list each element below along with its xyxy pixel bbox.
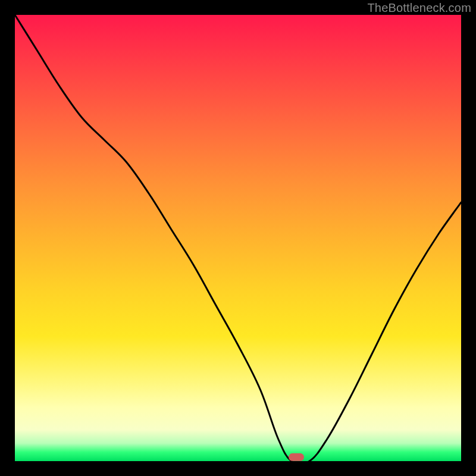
bottleneck-curve — [15, 15, 461, 461]
optimal-marker — [289, 453, 304, 461]
chart-container: TheBottleneck.com — [0, 0, 476, 476]
watermark-text: TheBottleneck.com — [367, 1, 471, 15]
plot-area — [15, 15, 461, 461]
